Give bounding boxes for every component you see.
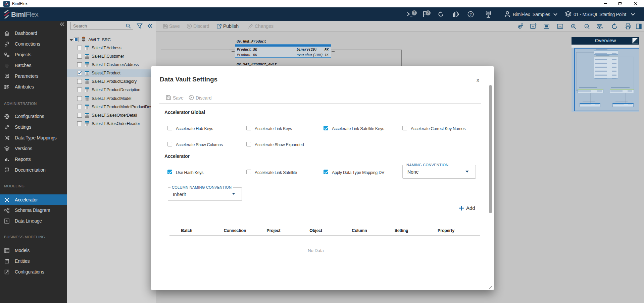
svg-text:100: 100	[558, 25, 562, 28]
svg-text:?: ?	[469, 12, 472, 16]
svg-text:A: A	[532, 25, 534, 28]
svg-text:SQL: SQL	[82, 39, 85, 40]
